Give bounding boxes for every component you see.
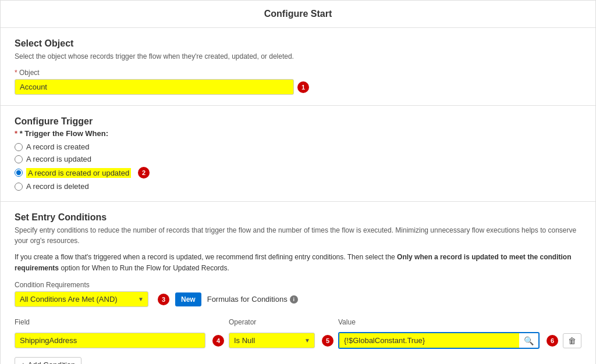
delete-icon: 🗑 [568,336,576,345]
entry-conditions-title: Set Entry Conditions [15,212,581,223]
select-object-section: Select Object Select the object whose re… [1,28,595,106]
trigger-option-deleted[interactable]: A record is deleted [15,182,581,191]
formulas-label: Formulas for Conditions i [207,295,298,304]
modal-header: Configure Start [1,1,595,28]
conditions-table: Field Operator Value 4 [15,317,581,364]
trigger-radio-created[interactable] [15,143,23,151]
value-column-header: Value [338,318,356,326]
value-input[interactable] [339,333,519,348]
add-condition-plus-icon: + [21,361,26,364]
condition-req-label: Condition Requirements [15,281,581,289]
search-icon: 🔍 [524,336,534,345]
object-required-star: * [15,69,19,77]
operator-select[interactable]: Is Null Equals Not Equal To [229,333,315,348]
value-input-wrapper: 🔍 [338,332,540,349]
condition-req-select-wrapper: All Conditions Are Met (AND) Any Conditi… [15,291,148,307]
trigger-badge: 2 [138,167,150,179]
conditions-table-header: Field Operator Value [15,317,581,329]
value-badge: 6 [547,335,558,347]
delete-condition-button[interactable]: 🗑 [563,333,581,348]
trigger-flow-label: * * Trigger the Flow When: [15,129,581,138]
entry-note-part2: option for When to Run the Flow for Upda… [61,264,229,272]
object-input-wrapper: 1 [15,79,581,95]
object-field-label: * Object [15,69,581,77]
configure-trigger-section: Configure Trigger * * Trigger the Flow W… [1,106,595,202]
set-entry-conditions-section: Set Entry Conditions Specify entry condi… [1,202,595,364]
formulas-label-text: Formulas for Conditions [207,295,288,304]
value-search-button[interactable]: 🔍 [519,334,538,348]
field-column-header: Field [15,318,30,326]
trigger-label-created-updated: A record is created or updated [26,168,131,178]
configure-trigger-title: Configure Trigger [15,116,581,127]
trigger-radio-deleted[interactable] [15,183,23,191]
trigger-label-deleted: A record is deleted [26,182,89,191]
new-button[interactable]: New [175,292,201,306]
field-input[interactable] [15,333,205,348]
trigger-option-created-updated-row: A record is created or updated 2 [15,167,581,179]
operator-select-wrapper: Is Null Equals Not Equal To ▼ [229,333,315,348]
object-label-text: Object [19,69,40,77]
select-object-desc: Select the object whose records trigger … [15,51,581,62]
trigger-option-created[interactable]: A record is created [15,142,581,151]
field-badge: 4 [212,335,224,347]
trigger-option-updated[interactable]: A record is updated [15,155,581,163]
object-badge: 1 [297,81,309,93]
condition-req-select[interactable]: All Conditions Are Met (AND) Any Conditi… [15,291,148,307]
entry-conditions-desc: Specify entry conditions to reduce the n… [15,225,581,246]
modal-body: Select Object Select the object whose re… [1,28,595,364]
trigger-radio-group: A record is created A record is updated … [15,142,581,191]
trigger-label-created: A record is created [26,142,89,151]
trigger-radio-updated[interactable] [15,155,23,163]
condition-req-badge: 3 [158,294,169,305]
condition-row-1: 4 Is Null Equals Not Equal To ▼ 5 [15,332,581,349]
trigger-radio-created-updated[interactable] [15,169,23,177]
modal-title: Configure Start [264,9,332,19]
object-input[interactable] [15,79,294,95]
operator-column-header: Operator [229,318,256,326]
add-condition-label: Add Condition [28,361,76,364]
trigger-option-created-updated[interactable]: A record is created or updated [15,168,131,178]
operator-badge: 5 [322,335,334,347]
entry-conditions-note: If you create a flow that's triggered wh… [15,252,581,274]
select-object-title: Select Object [15,38,581,49]
formulas-info-icon[interactable]: i [290,295,298,304]
trigger-label-updated: A record is updated [26,155,91,163]
add-condition-button[interactable]: + Add Condition [15,357,81,364]
entry-note-part1: If you create a flow that's triggered wh… [15,253,397,261]
